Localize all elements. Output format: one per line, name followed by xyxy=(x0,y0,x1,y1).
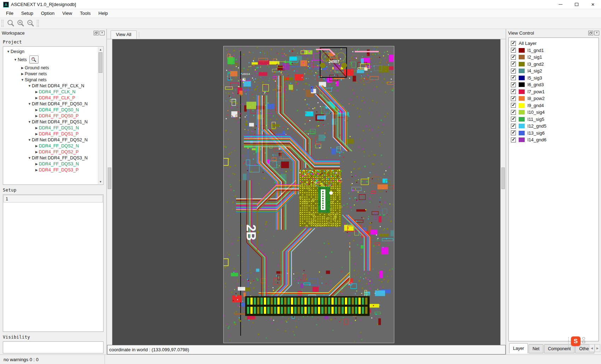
layer-visibility-checkbox[interactable]: ✓ xyxy=(511,103,516,108)
layer-color-swatch[interactable] xyxy=(519,124,525,128)
collapse-arrow-icon[interactable]: ▼ xyxy=(27,138,32,142)
expand-arrow-icon[interactable]: ▶ xyxy=(34,96,39,100)
canvas-right-scrollbar[interactable] xyxy=(500,39,506,345)
maximize-button[interactable] xyxy=(568,0,585,9)
layer-visibility-checkbox[interactable]: ✓ xyxy=(511,89,516,94)
tab-scroll-right-icon[interactable]: ▶ xyxy=(595,344,600,352)
layer-visibility-checkbox[interactable]: ✓ xyxy=(511,61,516,66)
workspace-close-icon[interactable]: × xyxy=(100,31,105,35)
menu-item-tools[interactable]: Tools xyxy=(76,9,94,18)
layer-color-swatch[interactable] xyxy=(519,131,525,135)
tree-item-ddr4-ff-dqs2-n[interactable]: ▶DDR4_FF_DQS2_N xyxy=(4,143,102,149)
layer-visibility-checkbox[interactable]: ✓ xyxy=(511,75,516,80)
menu-item-file[interactable]: File xyxy=(2,9,17,18)
scrollbar-thumb[interactable] xyxy=(99,52,102,73)
layer-visibility-checkbox[interactable]: ✓ xyxy=(511,130,516,135)
layer-visibility-checkbox[interactable]: ✓ xyxy=(511,82,516,87)
collapse-arrow-icon[interactable]: ▼ xyxy=(27,102,32,106)
view-control-close-icon[interactable]: × xyxy=(594,31,599,35)
overlay-circle-icon[interactable] xyxy=(582,337,585,340)
tree-item-ddr4-ff-dqs2-p[interactable]: ▶DDR4_FF_DQS2_P xyxy=(4,149,102,155)
toolbar-grip[interactable] xyxy=(1,20,4,27)
collapse-arrow-icon[interactable]: ▼ xyxy=(6,50,11,53)
layer-visibility-checkbox[interactable]: ✓ xyxy=(511,55,516,60)
layer-visibility-checkbox[interactable]: ✓ xyxy=(511,124,516,129)
pcb-design-canvas[interactable] xyxy=(112,39,500,345)
layer-color-swatch[interactable] xyxy=(519,76,525,80)
minimize-button[interactable] xyxy=(552,0,568,9)
layer-color-swatch[interactable] xyxy=(519,82,525,87)
expand-arrow-icon[interactable]: ▶ xyxy=(34,168,39,172)
workspace-float-icon[interactable] xyxy=(94,31,99,35)
layer-visibility-checkbox[interactable]: ✓ xyxy=(511,117,516,122)
scrollbar-thumb[interactable] xyxy=(108,168,111,189)
layer-color-swatch[interactable] xyxy=(519,89,525,94)
zoom-in-button[interactable] xyxy=(16,19,25,28)
tree-item-ddr4-ff-dqs0-p[interactable]: ▶DDR4_FF_DQS0_P xyxy=(4,113,102,119)
layer-color-swatch[interactable] xyxy=(519,110,525,115)
expand-arrow-icon[interactable]: ▶ xyxy=(34,162,39,166)
layer-color-swatch[interactable] xyxy=(519,62,525,66)
tree-item-nets[interactable]: ▼Nets xyxy=(4,54,102,65)
tree-item-ddr4-ff-clk-n[interactable]: ▶DDR4_FF_CLK_N xyxy=(4,89,102,95)
view-control-tab-layer[interactable]: Layer xyxy=(509,343,528,353)
expand-arrow-icon[interactable]: ▶ xyxy=(34,114,39,118)
expand-arrow-icon[interactable]: ▶ xyxy=(34,108,39,112)
tree-item-diff-net-ddr4-ff-clk-n[interactable]: ▼Diff Net DDR4_FF_CLK_N xyxy=(4,83,102,89)
expand-arrow-icon[interactable]: ▶ xyxy=(20,72,25,76)
layer-color-swatch[interactable] xyxy=(519,117,525,122)
layer-visibility-checkbox[interactable]: ✓ xyxy=(511,41,516,46)
toolbar-grip[interactable] xyxy=(37,20,39,27)
overlay-drag-handle[interactable] xyxy=(568,337,570,349)
layer-visibility-checkbox[interactable]: ✓ xyxy=(511,110,516,115)
tab-scroll-left-icon[interactable]: ◀ xyxy=(589,344,595,352)
scroll-down-icon[interactable]: ▼ xyxy=(98,179,103,184)
menu-item-view[interactable]: View xyxy=(58,9,76,18)
layer-visibility-checkbox[interactable]: ✓ xyxy=(511,96,516,101)
layer-color-swatch[interactable] xyxy=(519,103,525,108)
scrollbar-thumb[interactable] xyxy=(501,168,505,189)
expand-arrow-icon[interactable]: ▶ xyxy=(34,90,39,94)
snipaste-icon[interactable]: S xyxy=(571,336,581,346)
layer-color-swatch[interactable] xyxy=(519,55,525,59)
tree-item-diff-net-ddr4-ff-dqs0-n[interactable]: ▼Diff Net DDR4_FF_DQS0_N xyxy=(4,101,102,107)
tree-item-ddr4-ff-dqs1-n[interactable]: ▶DDR4_FF_DQS1_N xyxy=(4,125,102,131)
menu-item-help[interactable]: Help xyxy=(95,9,112,18)
menu-item-option[interactable]: Option xyxy=(37,9,58,18)
tree-item-diff-net-ddr4-ff-dqs2-n[interactable]: ▼Diff Net DDR4_FF_DQS2_N xyxy=(4,137,102,143)
tree-item-design[interactable]: ▼Design xyxy=(4,48,102,54)
collapse-arrow-icon[interactable]: ▼ xyxy=(27,156,32,160)
tree-item-diff-net-ddr4-ff-dqs3-n[interactable]: ▼Diff Net DDR4_FF_DQS3_N xyxy=(4,155,102,161)
tree-item-diff-net-ddr4-ff-dqs1-n[interactable]: ▼Diff Net DDR4_FF_DQS1_N xyxy=(4,119,102,125)
layer-color-swatch[interactable] xyxy=(519,69,525,73)
tree-item-ddr4-ff-dqs1-p[interactable]: ▶DDR4_FF_DQS1_P xyxy=(4,131,102,137)
tree-item-power-nets[interactable]: ▶Power nets xyxy=(4,71,102,77)
collapse-arrow-icon[interactable]: ▼ xyxy=(27,84,32,88)
expand-arrow-icon[interactable]: ▶ xyxy=(34,144,39,148)
close-button[interactable]: ✕ xyxy=(585,0,601,9)
collapse-arrow-icon[interactable]: ▼ xyxy=(20,78,25,82)
tree-item-ddr4-ff-clk-p[interactable]: ▶DDR4_FF_CLK_P xyxy=(4,95,102,101)
expand-arrow-icon[interactable]: ▶ xyxy=(34,132,39,136)
layer-visibility-checkbox[interactable]: ✓ xyxy=(511,137,516,142)
setup-list-item[interactable]: 1 xyxy=(4,195,103,202)
tree-item-ground-nets[interactable]: ▶Ground nets xyxy=(4,65,102,71)
expand-arrow-icon[interactable]: ▶ xyxy=(34,126,39,130)
collapse-arrow-icon[interactable]: ▼ xyxy=(13,58,18,61)
zoom-out-button[interactable] xyxy=(25,19,35,28)
net-search-button[interactable] xyxy=(29,55,39,64)
overlay-square-icon[interactable] xyxy=(582,341,585,343)
collapse-arrow-icon[interactable]: ▼ xyxy=(27,120,32,124)
layer-visibility-checkbox[interactable]: ✓ xyxy=(511,69,516,74)
view-control-float-icon[interactable] xyxy=(588,31,593,35)
zoom-search-button[interactable] xyxy=(6,19,16,28)
view-control-tab-net[interactable]: Net xyxy=(529,344,543,353)
layer-color-swatch[interactable] xyxy=(519,48,525,53)
tree-item-ddr4-ff-dqs0-n[interactable]: ▶DDR4_FF_DQS0_N xyxy=(4,107,102,113)
tree-item-signal-nets[interactable]: ▼Signal nets xyxy=(4,77,102,83)
expand-arrow-icon[interactable]: ▶ xyxy=(34,150,39,154)
tree-item-ddr4-ff-dqs3-p[interactable]: ▶DDR4_FF_DQS3_P xyxy=(4,167,102,173)
tree-item-ddr4-ff-dqs3-n[interactable]: ▶DDR4_FF_DQS3_N xyxy=(4,161,102,167)
layer-color-swatch[interactable] xyxy=(519,96,525,101)
layer-visibility-checkbox[interactable]: ✓ xyxy=(511,48,516,53)
